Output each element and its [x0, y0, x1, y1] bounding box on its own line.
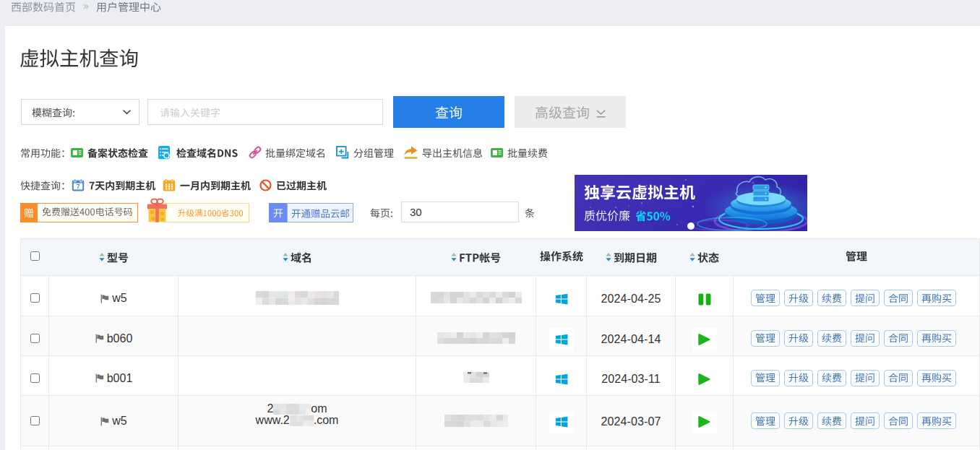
svg-text:7: 7: [77, 183, 80, 190]
